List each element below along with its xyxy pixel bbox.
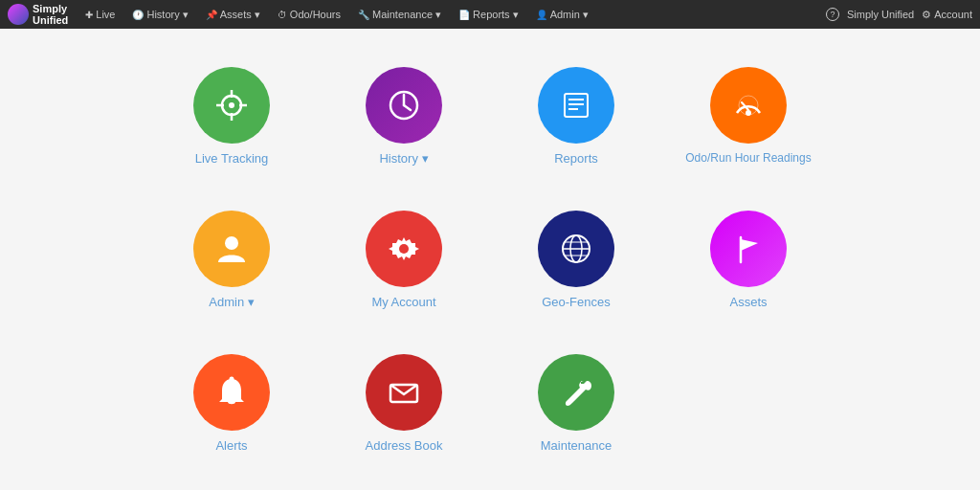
crosshair-icon bbox=[212, 86, 251, 124]
nav-admin-label: Admin ▾ bbox=[550, 9, 589, 21]
maintenance-icon: 🔧 bbox=[358, 10, 369, 20]
reports-icon: 📄 bbox=[458, 10, 470, 20]
live-icon: ✚ bbox=[85, 10, 93, 20]
geo-fences-icon-circle bbox=[538, 211, 614, 287]
geo-fences-label: Geo-Fences bbox=[542, 295, 611, 309]
simply-unified-label: Simply Unified bbox=[847, 9, 914, 20]
help-icon: ? bbox=[826, 8, 839, 21]
navbar: Simply Unified ✚ Live 🕐 History ▾ 📌 Asse… bbox=[0, 0, 980, 29]
brand: Simply Unified bbox=[8, 3, 68, 26]
maintenance-label: Maintenance bbox=[541, 438, 612, 453]
alerts-icon-circle bbox=[193, 354, 270, 431]
grid-item-odo[interactable]: Odo/Run Hour Readings bbox=[685, 67, 811, 165]
globe-icon bbox=[557, 230, 595, 268]
flag-icon bbox=[729, 230, 768, 268]
my-account-label: My Account bbox=[371, 295, 435, 309]
admin-icon-circle bbox=[193, 211, 270, 287]
gauge-icon bbox=[729, 86, 768, 124]
nav-help[interactable]: ? bbox=[826, 8, 839, 21]
nav-live-label: Live bbox=[96, 9, 115, 20]
grid-item-reports[interactable]: Reports bbox=[538, 67, 614, 166]
main-content: Live Tracking History ▾ bbox=[0, 29, 980, 490]
nav-maintenance[interactable]: 🔧 Maintenance ▾ bbox=[350, 0, 449, 29]
address-book-label: Address Book bbox=[366, 438, 443, 453]
admin-label: Admin ▾ bbox=[209, 295, 254, 309]
nav-assets-label: Assets ▾ bbox=[220, 9, 260, 21]
nav-assets[interactable]: 📌 Assets ▾ bbox=[198, 0, 268, 29]
envelope-icon bbox=[385, 373, 423, 412]
my-account-icon-circle bbox=[366, 211, 442, 287]
odo-label: Odo/Run Hour Readings bbox=[685, 151, 811, 165]
assets-icon: 📌 bbox=[206, 10, 217, 20]
svg-point-18 bbox=[399, 244, 409, 254]
icon-grid: Live Tracking History ▾ bbox=[155, 49, 825, 470]
reports-label: Reports bbox=[554, 151, 598, 166]
svg-point-16 bbox=[225, 236, 238, 250]
nav-right: ? Simply Unified ⚙ Account bbox=[826, 8, 972, 21]
grid-item-geo-fences[interactable]: Geo-Fences bbox=[538, 211, 614, 309]
brand-logo bbox=[8, 4, 29, 25]
nav-history-label: History ▾ bbox=[146, 9, 188, 21]
nav-odohours[interactable]: ⏱ Odo/Hours bbox=[270, 0, 348, 29]
history-icon: 🕐 bbox=[132, 10, 144, 20]
address-book-icon-circle bbox=[366, 354, 442, 431]
brand-line1: Simply bbox=[33, 3, 68, 14]
gear-icon bbox=[385, 230, 423, 268]
brand-text: Simply Unified bbox=[33, 3, 68, 26]
maintenance-icon-circle bbox=[538, 354, 614, 431]
live-tracking-icon-circle bbox=[193, 67, 270, 144]
account-label: Account bbox=[934, 9, 972, 20]
grid-item-live-tracking[interactable]: Live Tracking bbox=[193, 67, 270, 166]
wrench-icon bbox=[557, 373, 595, 412]
history-icon-circle bbox=[366, 67, 442, 144]
nav-items: ✚ Live 🕐 History ▾ 📌 Assets ▾ ⏱ Odo/Hour… bbox=[78, 0, 826, 29]
grid-item-history[interactable]: History ▾ bbox=[366, 67, 442, 166]
svg-point-5 bbox=[229, 102, 234, 108]
grid-item-my-account[interactable]: My Account bbox=[366, 211, 442, 309]
grid-item-assets[interactable]: Assets bbox=[710, 211, 787, 309]
account-gear-icon: ⚙ bbox=[922, 9, 931, 21]
assets-label: Assets bbox=[729, 295, 767, 309]
odo-icon-circle bbox=[710, 67, 787, 144]
svg-point-25 bbox=[230, 376, 234, 381]
nav-reports[interactable]: 📄 Reports ▾ bbox=[451, 0, 526, 29]
nav-admin[interactable]: 👤 Admin ▾ bbox=[528, 0, 596, 29]
svg-line-8 bbox=[404, 105, 411, 110]
clock-icon bbox=[385, 86, 423, 124]
nav-maintenance-label: Maintenance ▾ bbox=[372, 9, 441, 21]
reports-icon-circle bbox=[538, 67, 614, 144]
history-label: History ▾ bbox=[379, 151, 428, 166]
odohours-icon: ⏱ bbox=[278, 10, 287, 20]
grid-item-maintenance[interactable]: Maintenance bbox=[538, 354, 614, 453]
nav-account[interactable]: ⚙ Account bbox=[922, 9, 972, 21]
nav-odohours-label: Odo/Hours bbox=[290, 9, 341, 20]
assets-icon-circle bbox=[710, 211, 787, 287]
nav-simply-unified: Simply Unified bbox=[847, 9, 914, 20]
nav-live[interactable]: ✚ Live bbox=[78, 0, 122, 29]
nav-reports-label: Reports ▾ bbox=[473, 9, 519, 21]
brand-line2: Unified bbox=[33, 14, 68, 26]
grid-item-alerts[interactable]: Alerts bbox=[193, 354, 270, 453]
list-icon bbox=[557, 86, 595, 124]
bell-icon bbox=[212, 373, 251, 412]
alerts-label: Alerts bbox=[215, 438, 247, 453]
admin-icon: 👤 bbox=[536, 10, 547, 20]
grid-item-address-book[interactable]: Address Book bbox=[366, 354, 443, 453]
grid-item-admin[interactable]: Admin ▾ bbox=[193, 211, 270, 309]
nav-history[interactable]: 🕐 History ▾ bbox=[124, 0, 195, 29]
live-tracking-label: Live Tracking bbox=[195, 151, 269, 166]
person-icon bbox=[212, 230, 251, 268]
